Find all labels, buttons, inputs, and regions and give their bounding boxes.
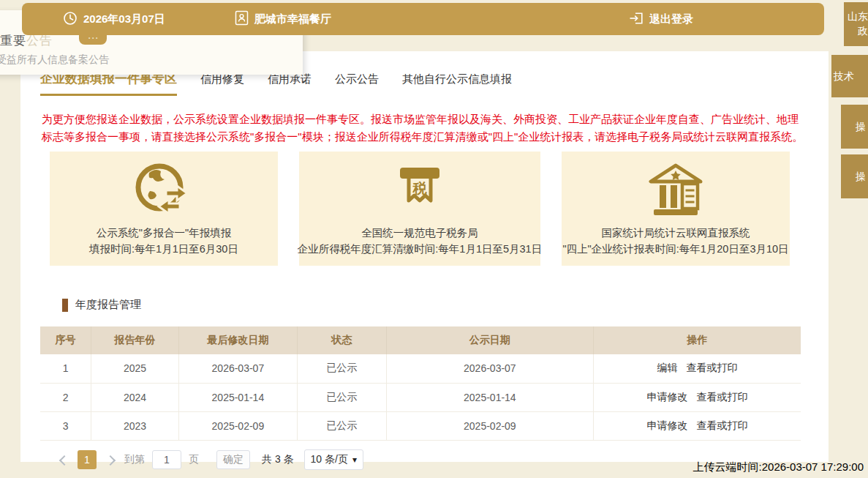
card3-line1: 国家统计局统计云联网直报系统: [602, 225, 750, 241]
cell-modified: 2026-03-07: [178, 354, 297, 383]
cell-no: 2: [40, 383, 91, 411]
view-or-print-link[interactable]: 查看或打印: [686, 362, 737, 373]
section-title-bar: [62, 299, 68, 312]
confirm-button[interactable]: 确定: [216, 450, 250, 469]
goto-label: 到第: [124, 453, 145, 466]
logout-button[interactable]: 退出登录: [629, 12, 693, 27]
status-badge: 已公示: [298, 383, 387, 411]
annual-report-table: 序号 报告年份 最后修改日期 状态 公示日期 操作 1 2025 2026-03…: [40, 326, 801, 441]
chevron-down-icon: ▾: [352, 455, 357, 465]
clock-icon: [63, 11, 78, 28]
card2-line2: 企业所得税年度汇算清缴时间:每年1月1日至5月31日: [298, 241, 542, 257]
status-badge: 已公示: [298, 354, 387, 383]
tax-ribbon-icon: 税: [386, 152, 453, 225]
logout-icon: [629, 12, 644, 27]
card-statistics-direct-report[interactable]: 国家统计局统计云联网直报系统 "四上"企业统计报表时间:每年1月20日至3月10…: [562, 152, 790, 266]
col-header-actions: 操作: [594, 326, 801, 354]
page-1-button[interactable]: 1: [78, 450, 97, 469]
logout-label: 退出登录: [649, 12, 693, 26]
side-tab-operation-guide-1[interactable]: 操: [841, 105, 868, 149]
notice-title-faded: 公告: [26, 34, 53, 48]
prev-page-button[interactable]: [57, 454, 69, 466]
side-tab-shandong-line2: 政: [844, 23, 868, 38]
cell-no: 3: [40, 411, 91, 440]
card1-line1: 公示系统"多报合一"年报填报: [97, 225, 231, 241]
annual-report-section-header: 年度报告管理: [62, 298, 829, 312]
cell-published: 2026-03-07: [386, 354, 593, 383]
cell-actions: 编辑 查看或打印: [594, 354, 801, 383]
upload-cloud-timestamp: 上传云端时间:2026-03-07 17:29:00: [693, 460, 864, 474]
entry-cards: 公示系统"多报合一"年报填报 填报时间:每年1月1日至6月30日 税 全国统一规…: [50, 152, 829, 266]
page-size-select[interactable]: 10 条/页 ▾: [304, 449, 363, 470]
cell-modified: 2025-02-09: [178, 411, 297, 440]
company-name: 肥城市幸福餐厅: [254, 12, 331, 26]
section-title-text: 年度报告管理: [75, 298, 141, 312]
card1-line2: 填报时间:每年1月1日至6月30日: [89, 241, 238, 257]
id-badge-icon: [235, 10, 249, 28]
header-date: 2026年03月07日: [83, 12, 165, 26]
col-header-no: 序号: [40, 326, 91, 354]
cell-actions: 申请修改 查看或打印: [594, 383, 801, 411]
header-date-group: 2026年03月07日: [63, 11, 165, 28]
header-company-group: 肥城市幸福餐厅: [235, 10, 331, 28]
beneficial-owner-announcement-link[interactable]: 受益所有人信息备案公告: [0, 53, 303, 67]
col-header-status: 状态: [298, 326, 387, 354]
next-page-button[interactable]: [105, 454, 117, 466]
side-tab-technical-support[interactable]: 技术: [831, 55, 868, 97]
globe-sync-icon: [130, 152, 197, 225]
card-electronic-tax-bureau[interactable]: 税 全国统一规范电子税务局 企业所得税年度汇算清缴时间:每年1月1日至5月31日: [299, 152, 540, 266]
tab-other-self-disclosure[interactable]: 其他自行公示信息填报: [402, 72, 512, 95]
tab-credit-commitment[interactable]: 信用承诺: [268, 72, 312, 95]
cell-published: 2025-02-09: [386, 411, 593, 440]
total-count-label: 共 3 条: [262, 453, 294, 466]
card2-line1: 全国统一规范电子税务局: [361, 225, 478, 241]
top-header-bar: 2026年03月07日 肥城市幸福餐厅 退出登录: [22, 3, 824, 35]
cell-year: 2025: [91, 354, 179, 383]
table-header-row: 序号 报告年份 最后修改日期 状态 公示日期 操作: [40, 326, 801, 354]
bank-building-icon: [640, 152, 712, 225]
col-header-modified: 最后修改日期: [178, 326, 297, 354]
request-modify-link[interactable]: 申请修改: [647, 391, 688, 403]
request-modify-link[interactable]: 申请修改: [647, 419, 688, 431]
table-row: 1 2025 2026-03-07 已公示 2026-03-07 编辑 查看或打…: [40, 354, 801, 383]
table-row: 3 2023 2025-02-09 已公示 2025-02-09 申请修改 查看…: [40, 411, 801, 440]
page-size-value: 10 条/页: [311, 453, 348, 466]
card3-line2: "四上"企业统计报表时间:每年1月20日至3月10日: [562, 241, 788, 257]
side-tab-operation-guide-2[interactable]: 操: [841, 154, 868, 198]
card-annual-report-filing[interactable]: 公示系统"多报合一"年报填报 填报时间:每年1月1日至6月30日: [50, 152, 278, 266]
table-row: 2 2024 2025-01-14 已公示 2025-01-14 申请修改 查看…: [40, 383, 801, 411]
view-or-print-link[interactable]: 查看或打印: [696, 391, 747, 403]
status-badge: 已公示: [298, 411, 387, 440]
main-content-panel: 企业数据填报一件事专区 信用修复 信用承诺 公示公告 其他自行公示信息填报 为更…: [20, 51, 829, 462]
goto-page-input[interactable]: [152, 450, 181, 469]
cell-year: 2024: [91, 383, 179, 411]
edit-link[interactable]: 编辑: [657, 362, 678, 373]
cell-no: 1: [40, 354, 91, 383]
col-header-year: 报告年份: [91, 326, 179, 354]
cell-actions: 申请修改 查看或打印: [594, 411, 801, 440]
notice-collapse-handle[interactable]: ⋯: [79, 35, 107, 45]
svg-text:税: 税: [412, 181, 428, 196]
tab-credit-repair[interactable]: 信用修复: [200, 72, 244, 95]
side-tab-shandong[interactable]: 山东 政: [844, 2, 868, 46]
side-tab-shandong-line1: 山东: [844, 9, 868, 23]
cell-year: 2023: [91, 411, 179, 440]
view-or-print-link[interactable]: 查看或打印: [696, 419, 747, 431]
page-unit-label: 页: [189, 453, 199, 466]
cell-modified: 2025-01-14: [178, 383, 297, 411]
col-header-published: 公示日期: [386, 326, 593, 354]
red-notice-text: 为更方便您报送企业数据，公示系统设置企业数据填报一件事专区。报送市场监管年报以及…: [42, 111, 807, 146]
cell-published: 2025-01-14: [386, 383, 593, 411]
tab-public-announcement[interactable]: 公示公告: [335, 72, 379, 95]
notice-title-visible: 重要: [0, 34, 26, 48]
